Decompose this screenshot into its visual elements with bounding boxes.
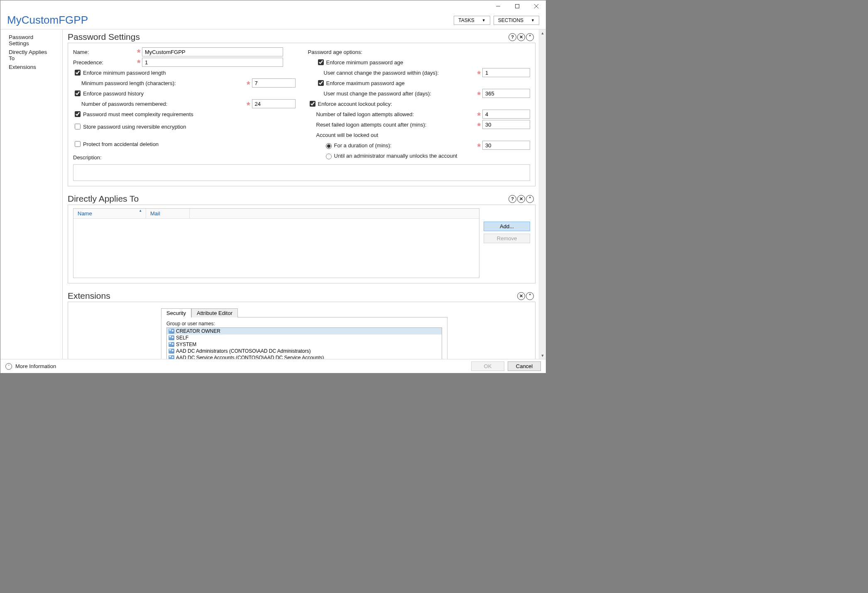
duration-radio[interactable] <box>326 143 332 149</box>
section-header-password-settings: Password Settings ? ✕ ˄ <box>68 29 535 43</box>
sidebar-item-extensions[interactable]: Extensions <box>0 63 62 71</box>
list-item[interactable]: CREATOR OWNER <box>167 328 442 334</box>
required-icon: * <box>475 145 482 149</box>
name-label: Name: <box>73 49 135 55</box>
window: MyCustomFGPP TASKS▼ SECTIONS▼ Password S… <box>0 0 546 373</box>
close-button[interactable] <box>527 0 546 12</box>
help-icon[interactable]: ? <box>509 195 516 203</box>
complexity-label: Password must meet complexity requiremen… <box>83 111 193 117</box>
ok-button: OK <box>471 361 504 371</box>
history-count-input[interactable] <box>252 99 296 108</box>
list-item[interactable]: AAD DC Administrators (CONTOSO\AAD DC Ad… <box>167 348 442 354</box>
list-item[interactable]: SELF <box>167 334 442 341</box>
close-section-icon[interactable]: ✕ <box>517 195 525 203</box>
tab-attribute-editor[interactable]: Attribute Editor <box>191 308 238 317</box>
enforce-history-label: Enforce password history <box>83 90 144 97</box>
security-tab-content: Group or user names: CREATOR OWNER SELF … <box>161 317 447 359</box>
list-item-label: SYSTEM <box>176 342 196 347</box>
precedence-label: Precedence: <box>73 59 135 66</box>
section-title: Password Settings <box>68 32 509 42</box>
list-item-label: AAD DC Administrators (CONTOSO\AAD DC Ad… <box>176 348 311 354</box>
titlebar <box>0 0 546 13</box>
complexity-checkbox[interactable] <box>75 111 81 117</box>
enforce-lockout-checkbox[interactable] <box>310 101 315 107</box>
maximize-button[interactable] <box>508 0 527 12</box>
svg-rect-1 <box>516 5 519 8</box>
list-item[interactable]: AAD DC Service Accounts (CONTOSO\AAD DC … <box>167 354 442 359</box>
list-item-label: AAD DC Service Accounts (CONTOSO\AAD DC … <box>176 355 324 359</box>
history-count-label: Number of passwords remembered: <box>81 101 245 107</box>
max-age-input[interactable] <box>482 89 530 98</box>
scrollbar[interactable]: ▲ ▼ <box>539 29 546 359</box>
section-title: Directly Applies To <box>68 194 509 204</box>
min-length-label: Minimum password length (characters): <box>81 80 245 86</box>
enforce-lockout-label: Enforce account lockout policy: <box>318 101 392 107</box>
extensions-panel: Security Attribute Editor Group or user … <box>68 302 535 359</box>
name-input[interactable] <box>142 47 283 56</box>
section-header-extensions: Extensions ✕ ˄ <box>68 288 535 302</box>
enforce-min-length-label: Enforce minimum password length <box>83 70 166 76</box>
help-icon[interactable]: ? <box>509 33 516 41</box>
main: Password Settings ? ✕ ˄ Name:* Precedenc… <box>63 29 539 359</box>
min-age-input[interactable] <box>482 68 530 77</box>
header: MyCustomFGPP TASKS▼ SECTIONS▼ <box>0 13 546 29</box>
column-name[interactable]: Name <box>73 209 146 218</box>
reset-count-input[interactable] <box>482 120 530 129</box>
tab-security[interactable]: Security <box>161 308 191 317</box>
collapse-icon[interactable]: ˄ <box>526 33 534 41</box>
tasks-dropdown[interactable]: TASKS▼ <box>454 16 490 25</box>
page-title: MyCustomFGPP <box>7 14 450 27</box>
required-icon: * <box>245 103 252 107</box>
age-options-label: Password age options: <box>308 49 363 55</box>
until-admin-radio[interactable] <box>326 154 332 159</box>
collapse-icon[interactable]: ˄ <box>526 195 534 203</box>
enforce-min-age-label: Enforce minimum password age <box>326 59 403 66</box>
required-icon: * <box>475 114 482 118</box>
min-length-input[interactable] <box>252 78 296 88</box>
sidebar-item-password-settings[interactable]: Password Settings <box>0 33 62 48</box>
fail-count-input[interactable] <box>482 110 530 119</box>
section-title: Extensions <box>68 291 517 301</box>
precedence-input[interactable] <box>142 58 283 67</box>
group-user-list[interactable]: CREATOR OWNER SELF SYSTEM AAD DC Adminis… <box>166 327 442 359</box>
enforce-max-age-checkbox[interactable] <box>318 80 324 86</box>
enforce-history-checkbox[interactable] <box>75 90 81 96</box>
scroll-up-icon[interactable]: ▲ <box>539 29 546 37</box>
close-section-icon[interactable]: ✕ <box>517 33 525 41</box>
list-item-label: SELF <box>176 335 188 341</box>
enforce-min-age-checkbox[interactable] <box>318 59 324 65</box>
applies-to-grid[interactable]: Name Mail <box>73 208 479 278</box>
description-label: Description: <box>73 154 102 161</box>
scroll-down-icon[interactable]: ▼ <box>539 352 546 359</box>
lockout-head-label: Account will be locked out <box>316 132 379 138</box>
description-input[interactable] <box>73 164 530 181</box>
sections-dropdown[interactable]: SECTIONS▼ <box>494 16 539 25</box>
list-item[interactable]: SYSTEM <box>167 341 442 348</box>
group-icon <box>169 335 174 340</box>
group-icon <box>169 349 174 354</box>
list-item-label: CREATOR OWNER <box>176 328 220 334</box>
protect-checkbox[interactable] <box>75 141 81 147</box>
cancel-button[interactable]: Cancel <box>508 361 541 371</box>
more-information-link[interactable]: More Information <box>15 363 56 369</box>
reversible-label: Store password using reversible encrypti… <box>83 124 186 130</box>
footer: ˅ More Information OK Cancel <box>0 359 546 373</box>
required-icon: * <box>475 72 482 76</box>
protect-label: Protect from accidental deletion <box>83 141 159 147</box>
group-names-label: Group or user names: <box>166 321 442 327</box>
reversible-checkbox[interactable] <box>75 124 81 129</box>
collapse-icon[interactable]: ˄ <box>526 292 534 300</box>
duration-input[interactable] <box>482 141 530 150</box>
add-button[interactable]: Add... <box>484 222 530 231</box>
close-section-icon[interactable]: ✕ <box>517 292 525 300</box>
minimize-button[interactable] <box>489 0 508 12</box>
sidebar-item-directly-applies-to[interactable]: Directly Applies To <box>0 48 62 63</box>
enforce-min-length-checkbox[interactable] <box>75 70 81 76</box>
required-icon: * <box>135 58 142 68</box>
fail-count-label: Number of failed logon attempts allowed: <box>316 111 476 117</box>
required-icon: * <box>245 83 252 87</box>
body: Password Settings Directly Applies To Ex… <box>0 29 546 359</box>
tasks-label: TASKS <box>458 17 474 23</box>
column-mail[interactable]: Mail <box>146 209 190 218</box>
chevron-down-icon[interactable]: ˅ <box>5 363 12 370</box>
